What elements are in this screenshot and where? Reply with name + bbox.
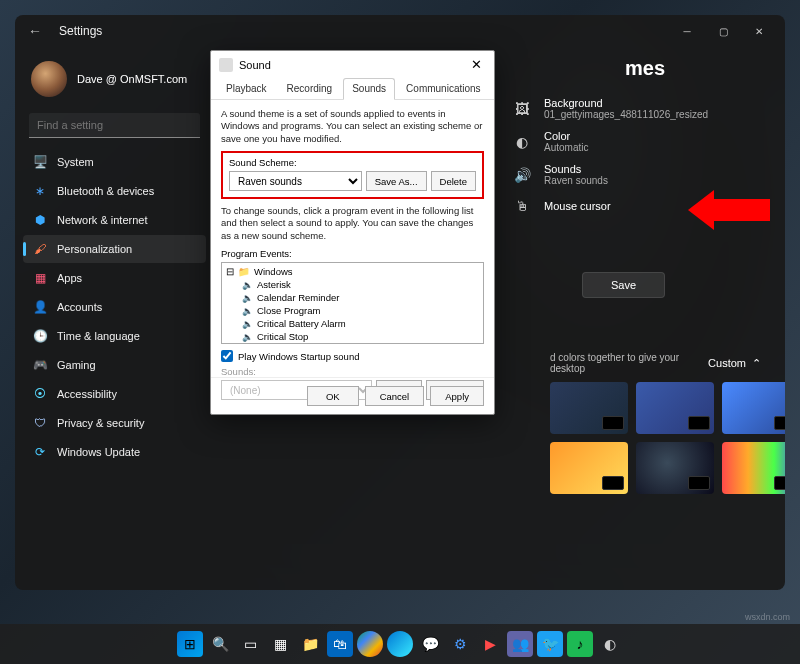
play-startup-checkbox[interactable] bbox=[221, 350, 233, 362]
back-button[interactable]: ← bbox=[23, 23, 47, 39]
sidebar: Dave @ OnMSFT.com 🖥️System∗Bluetooth & d… bbox=[15, 47, 210, 590]
delete-button[interactable]: Delete bbox=[431, 171, 476, 191]
widgets-icon[interactable]: ▦ bbox=[267, 631, 293, 657]
avatar bbox=[31, 61, 67, 97]
task-view-icon[interactable]: ▭ bbox=[237, 631, 263, 657]
nav-label: Windows Update bbox=[57, 446, 140, 458]
save-as-button[interactable]: Save As... bbox=[366, 171, 427, 191]
twitter-icon[interactable]: 🐦 bbox=[537, 631, 563, 657]
theme-row-background[interactable]: 🖼Background01_gettyimages_488111026_resi… bbox=[512, 97, 757, 120]
nav-icon: ⦿ bbox=[33, 387, 47, 401]
sidebar-item-system[interactable]: 🖥️System bbox=[23, 148, 206, 176]
theme-row-color[interactable]: ◐ColorAutomatic bbox=[512, 130, 757, 153]
maximize-button[interactable]: ▢ bbox=[705, 17, 741, 45]
chrome-icon[interactable] bbox=[357, 631, 383, 657]
sidebar-item-gaming[interactable]: 🎮Gaming bbox=[23, 351, 206, 379]
theme-row-label: Background bbox=[544, 97, 708, 109]
speaker-icon: 🔈 bbox=[242, 332, 253, 342]
store-icon[interactable]: 🛍 bbox=[327, 631, 353, 657]
teams-icon[interactable]: 👥 bbox=[507, 631, 533, 657]
theme-thumb[interactable] bbox=[636, 442, 714, 494]
cancel-button[interactable]: Cancel bbox=[365, 386, 425, 406]
app-icon[interactable]: ◐ bbox=[597, 631, 623, 657]
nav-label: Accounts bbox=[57, 301, 102, 313]
search-icon[interactable]: 🔍 bbox=[207, 631, 233, 657]
user-account-row[interactable]: Dave @ OnMSFT.com bbox=[23, 55, 206, 111]
theme-desc-row: d colors together to give your desktop C… bbox=[550, 352, 761, 374]
sound-icon bbox=[219, 58, 233, 72]
theme-row-icon: 🖼 bbox=[512, 99, 532, 119]
save-button[interactable]: Save bbox=[582, 272, 665, 298]
ok-button[interactable]: OK bbox=[307, 386, 359, 406]
window-title: Settings bbox=[59, 24, 102, 38]
sidebar-item-accessibility[interactable]: ⦿Accessibility bbox=[23, 380, 206, 408]
program-event-item[interactable]: 🔈Critical Stop bbox=[224, 330, 481, 343]
program-event-item[interactable]: 🔈Calendar Reminder bbox=[224, 291, 481, 304]
theme-row-sub: Raven sounds bbox=[544, 175, 608, 186]
theme-thumb[interactable] bbox=[550, 382, 628, 434]
edge-icon[interactable] bbox=[387, 631, 413, 657]
discord-icon[interactable]: 💬 bbox=[417, 631, 443, 657]
theme-grid bbox=[550, 382, 785, 494]
apply-button[interactable]: Apply bbox=[430, 386, 484, 406]
tab-sounds[interactable]: Sounds bbox=[343, 78, 395, 100]
theme-thumb[interactable] bbox=[550, 442, 628, 494]
theme-thumb[interactable] bbox=[722, 382, 785, 434]
sidebar-item-windows-update[interactable]: ⟳Windows Update bbox=[23, 438, 206, 466]
nav-label: Bluetooth & devices bbox=[57, 185, 154, 197]
nav-label: Network & internet bbox=[57, 214, 147, 226]
nav-icon: ▦ bbox=[33, 271, 47, 285]
settings-icon[interactable]: ⚙ bbox=[447, 631, 473, 657]
program-event-item[interactable]: 🔈Critical Battery Alarm bbox=[224, 317, 481, 330]
sound-close-button[interactable]: ✕ bbox=[467, 57, 486, 72]
titlebar: ← Settings ─ ▢ ✕ bbox=[15, 15, 785, 47]
sidebar-item-personalization[interactable]: 🖌Personalization bbox=[23, 235, 206, 263]
sidebar-item-bluetooth-devices[interactable]: ∗Bluetooth & devices bbox=[23, 177, 206, 205]
spotify-icon[interactable]: ♪ bbox=[567, 631, 593, 657]
nav-label: Gaming bbox=[57, 359, 96, 371]
speaker-icon: 🔈 bbox=[242, 306, 253, 316]
sidebar-item-time-language[interactable]: 🕒Time & language bbox=[23, 322, 206, 350]
theme-row-label: Mouse cursor bbox=[544, 200, 611, 212]
speaker-icon: 🔈 bbox=[242, 319, 253, 329]
explorer-icon[interactable]: 📁 bbox=[297, 631, 323, 657]
annotation-arrow bbox=[710, 199, 770, 221]
tab-playback[interactable]: Playback bbox=[217, 78, 276, 99]
speaker-icon: 🔈 bbox=[242, 293, 253, 303]
program-event-item[interactable]: 🔈Close Program bbox=[224, 304, 481, 317]
taskbar: ⊞ 🔍 ▭ ▦ 📁 🛍 💬 ⚙ ▶ 👥 🐦 ♪ ◐ bbox=[0, 624, 800, 664]
search-input[interactable] bbox=[29, 113, 200, 138]
program-events-label: Program Events: bbox=[221, 248, 484, 259]
events-root[interactable]: ⊟📁Windows bbox=[224, 265, 481, 278]
theme-row-sounds[interactable]: 🔊SoundsRaven sounds bbox=[512, 163, 757, 186]
theme-thumb[interactable] bbox=[722, 442, 785, 494]
play-icon[interactable]: ▶ bbox=[477, 631, 503, 657]
sidebar-item-network-internet[interactable]: ⬢Network & internet bbox=[23, 206, 206, 234]
start-button[interactable]: ⊞ bbox=[177, 631, 203, 657]
sidebar-item-apps[interactable]: ▦Apps bbox=[23, 264, 206, 292]
nav-icon: 🕒 bbox=[33, 329, 47, 343]
tab-communications[interactable]: Communications bbox=[397, 78, 489, 99]
sound-scheme-select[interactable]: Raven sounds bbox=[229, 171, 362, 191]
theme-thumb[interactable] bbox=[636, 382, 714, 434]
minimize-button[interactable]: ─ bbox=[669, 17, 705, 45]
user-name: Dave @ OnMSFT.com bbox=[77, 73, 187, 85]
nav-label: Accessibility bbox=[57, 388, 117, 400]
sidebar-item-accounts[interactable]: 👤Accounts bbox=[23, 293, 206, 321]
theme-row-sub: Automatic bbox=[544, 142, 588, 153]
theme-row-icon: 🔊 bbox=[512, 165, 532, 185]
sound-scheme-group: Sound Scheme: Raven sounds Save As... De… bbox=[221, 151, 484, 199]
nav-icon: 👤 bbox=[33, 300, 47, 314]
close-button[interactable]: ✕ bbox=[741, 17, 777, 45]
nav-icon: 🎮 bbox=[33, 358, 47, 372]
tab-recording[interactable]: Recording bbox=[278, 78, 342, 99]
sounds-label: Sounds: bbox=[221, 366, 484, 377]
nav-icon: 🖥️ bbox=[33, 155, 47, 169]
program-event-item[interactable]: 🔈Asterisk bbox=[224, 278, 481, 291]
sidebar-item-privacy-security[interactable]: 🛡Privacy & security bbox=[23, 409, 206, 437]
sound-dialog: Sound ✕ PlaybackRecordingSoundsCommunica… bbox=[210, 50, 495, 415]
sound-dialog-title: Sound bbox=[239, 59, 271, 71]
theme-desc: d colors together to give your desktop bbox=[550, 352, 708, 374]
custom-toggle[interactable]: Custom ⌃ bbox=[708, 357, 761, 370]
program-events-list[interactable]: ⊟📁Windows 🔈Asterisk🔈Calendar Reminder🔈Cl… bbox=[221, 262, 484, 344]
